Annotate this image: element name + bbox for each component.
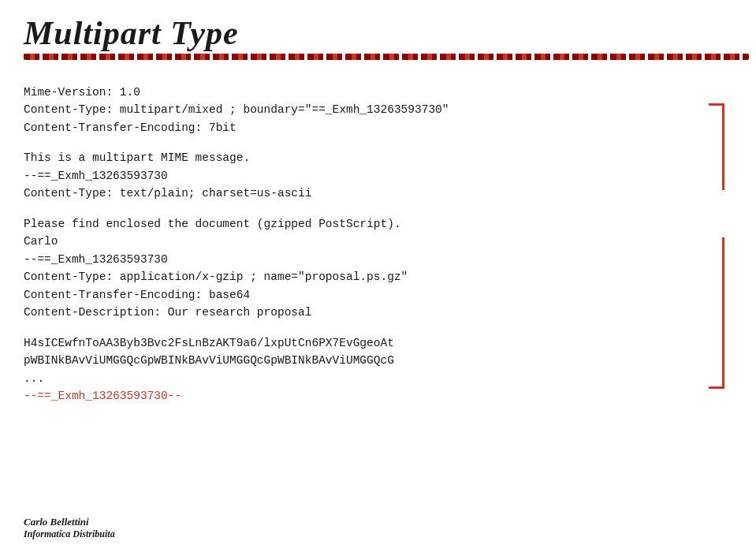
page-title: Multipart Type — [24, 14, 732, 52]
line-content-type-mixed: Content-Type: multipart/mixed ; boundary… — [24, 101, 732, 118]
blank-line-2 — [24, 203, 732, 215]
blank-line-1 — [24, 136, 732, 149]
line-ellipsis: ... — [24, 370, 732, 387]
line-boundary-1: --==_Exmh_13263593730 — [24, 167, 732, 185]
footer: Carlo Bellettini Informatica Distribuita — [24, 516, 115, 540]
footer-name: Carlo Bellettini — [24, 516, 115, 528]
page-container: Multipart Type Mime-Version: 1.0 Content… — [0, 0, 756, 556]
bracket-top — [709, 103, 724, 190]
footer-subtitle: Informatica Distribuita — [24, 528, 115, 540]
line-please: Please find enclosed the document (gzipp… — [24, 215, 732, 233]
line-carlo: Carlo — [24, 233, 732, 250]
line-content-description: Content-Description: Our research propos… — [24, 304, 732, 321]
line-base64-2: pWBINkBAvViUMGGQcGpWBINkBAvViUMGGQcGpWBI… — [24, 352, 732, 369]
line-this-is: This is a multipart MIME message. — [24, 149, 732, 166]
line-content-type-plain: Content-Type: text/plain; charset=us-asc… — [24, 185, 732, 202]
title-section: Multipart Type — [0, 0, 756, 60]
line-boundary-end: --==_Exmh_13263593730-- — [24, 387, 732, 405]
title-underline-decoration — [24, 54, 749, 60]
line-content-transfer-base64: Content-Transfer-Encoding: base64 — [24, 286, 732, 304]
content-area: Mime-Version: 1.0 Content-Type: multipar… — [0, 60, 756, 413]
bracket-bottom — [709, 237, 724, 389]
blank-line-3 — [24, 322, 732, 334]
line-base64-1: H4sICEwfnToAA3Byb3Bvc2FsLnBzAKT9a6/lxpUt… — [24, 334, 732, 352]
line-content-type-gzip: Content-Type: application/x-gzip ; name=… — [24, 268, 732, 285]
line-mime-version: Mime-Version: 1.0 — [24, 84, 732, 101]
line-content-transfer-encoding: Content-Transfer-Encoding: 7bit — [24, 119, 732, 136]
mime-content: Mime-Version: 1.0 Content-Type: multipar… — [24, 84, 732, 405]
line-boundary-2: --==_Exmh_13263593730 — [24, 251, 732, 268]
